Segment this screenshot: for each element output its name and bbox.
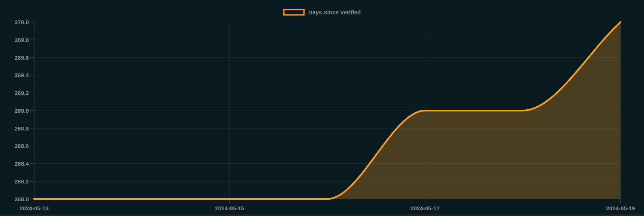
x-tick-label: 2024-05-13 [20,205,49,211]
y-tick-label: 268.2 [14,178,29,185]
y-tick-label: 268.8 [14,125,29,132]
legend-swatch-icon [283,9,305,16]
legend-item-days-since-verified[interactable]: Days Since Verified [283,9,361,16]
legend: Days Since Verified [0,9,644,16]
x-tick-label: 2024-05-15 [215,205,244,211]
chart-canvas[interactable]: 268.0268.2268.4268.6268.8269.0269.2269.4… [0,0,644,216]
y-tick-label: 270.0 [14,19,29,25]
bottom-edge [0,214,644,216]
x-tick-label: 2024-05-19 [606,205,635,211]
y-tick-label: 269.0 [14,107,29,114]
x-tick-label: 2024-05-17 [411,205,440,211]
y-tick-label: 269.6 [14,54,29,61]
y-tick-label: 269.8 [14,37,29,43]
y-tick-label: 269.2 [14,90,29,96]
legend-label: Days Since Verified [308,9,361,16]
y-tick-label: 268.6 [14,143,29,149]
y-tick-label: 268.0 [14,196,29,202]
y-tick-label: 269.4 [14,72,29,78]
chart: Days Since Verified 268.0268.2268.4268.6… [0,0,644,216]
y-tick-label: 268.4 [14,160,29,167]
